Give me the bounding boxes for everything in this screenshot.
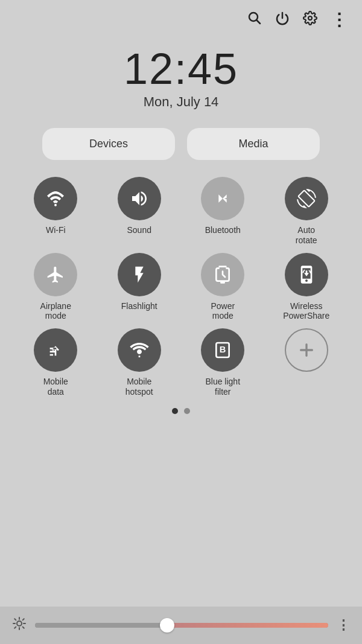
mobile-data-icon-circle — [34, 328, 77, 372]
svg-line-16 — [23, 627, 24, 628]
svg-line-15 — [14, 619, 16, 620]
svg-line-1 — [257, 21, 261, 24]
brightness-more-icon[interactable]: ⋮ — [337, 617, 350, 633]
brightness-track[interactable] — [35, 623, 328, 628]
airplane-mode-tile[interactable]: Airplanemode — [17, 253, 95, 322]
svg-line-17 — [14, 627, 16, 628]
svg-rect-4 — [219, 266, 227, 267]
clock-date: Mon, July 14 — [144, 94, 219, 110]
svg-rect-5 — [220, 282, 225, 284]
sound-icon-circle — [118, 177, 161, 220]
search-icon[interactable] — [247, 11, 262, 29]
wireless-powershare-tile[interactable]: WirelessPowerShare — [268, 253, 346, 322]
clock-section: 12:45 Mon, July 14 — [0, 47, 362, 110]
auto-rotate-label: Autorotate — [296, 225, 317, 246]
flashlight-icon-circle — [118, 253, 161, 296]
brightness-sun-icon — [12, 616, 27, 634]
device-media-row: Devices Media — [0, 128, 362, 160]
flashlight-label: Flashlight — [121, 301, 157, 311]
auto-rotate-tile[interactable]: Autorotate — [268, 177, 346, 246]
airplane-mode-label: Airplanemode — [40, 301, 71, 322]
svg-text:B: B — [220, 345, 226, 354]
clock-time: 12:45 — [124, 47, 238, 91]
media-button[interactable]: Media — [187, 128, 320, 160]
wireless-powershare-icon-circle — [285, 253, 328, 296]
dot-1 — [172, 408, 178, 414]
power-mode-tile[interactable]: Powermode — [184, 253, 262, 322]
auto-rotate-icon-circle — [285, 177, 328, 220]
sound-tile[interactable]: Sound — [101, 177, 179, 246]
brightness-track-right — [167, 623, 328, 628]
power-icon[interactable] — [275, 11, 290, 29]
mobile-hotspot-icon-circle — [118, 328, 161, 372]
pagination-dots — [0, 408, 362, 414]
blue-light-filter-icon-circle: B — [201, 328, 244, 372]
sound-label: Sound — [127, 225, 151, 235]
add-icon-circle — [285, 328, 328, 372]
mobile-data-label: Mobiledata — [43, 377, 68, 397]
mobile-hotspot-label: Mobilehotspot — [125, 377, 153, 397]
bluetooth-tile[interactable]: Bluetooth — [184, 177, 262, 246]
airplane-mode-icon-circle — [34, 253, 77, 296]
brightness-thumb[interactable] — [160, 618, 174, 633]
blue-light-filter-label: Blue lightfilter — [205, 377, 240, 397]
settings-icon[interactable] — [303, 11, 317, 29]
brightness-bar[interactable]: ⋮ — [0, 607, 362, 644]
blue-light-filter-tile[interactable]: B Blue lightfilter — [184, 328, 262, 397]
svg-point-2 — [308, 16, 312, 20]
bluetooth-icon-circle — [201, 177, 244, 220]
flashlight-tile[interactable]: Flashlight — [101, 253, 179, 322]
mobile-data-tile[interactable]: Mobiledata — [17, 328, 95, 397]
wireless-powershare-label: WirelessPowerShare — [283, 301, 329, 322]
wifi-icon-circle — [34, 177, 77, 220]
mobile-hotspot-tile[interactable]: Mobilehotspot — [101, 328, 179, 397]
more-icon[interactable]: ⋮ — [331, 11, 348, 28]
quick-settings-grid: Wi-Fi Sound Bluetooth Autorotate — [0, 177, 362, 397]
devices-button[interactable]: Devices — [42, 128, 175, 160]
dot-2 — [184, 408, 190, 414]
brightness-fill — [35, 623, 167, 628]
top-icons-bar: ⋮ — [0, 0, 362, 35]
wifi-tile[interactable]: Wi-Fi — [17, 177, 95, 246]
power-mode-icon-circle — [201, 253, 244, 296]
svg-point-3 — [54, 204, 57, 206]
power-mode-label: Powermode — [211, 301, 235, 322]
svg-point-10 — [17, 621, 22, 626]
bluetooth-label: Bluetooth — [205, 225, 241, 235]
svg-line-18 — [23, 619, 24, 620]
add-tile[interactable] — [268, 328, 346, 397]
wifi-label: Wi-Fi — [46, 225, 66, 235]
